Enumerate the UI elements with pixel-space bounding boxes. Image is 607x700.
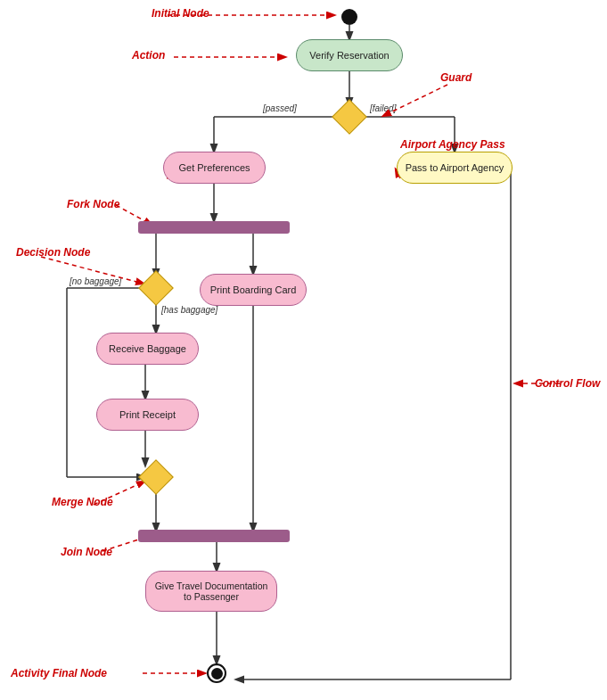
join-bar	[138, 530, 290, 542]
get-preferences-node: Get Preferences	[163, 152, 266, 184]
get-preferences-label: Get Preferences	[178, 162, 250, 173]
fork-node-label: Fork Node	[67, 198, 119, 210]
guard-label: Guard	[440, 71, 472, 84]
pass-airport-label: Pass to Airport Agency	[406, 162, 504, 173]
svg-text:[has baggage]: [has baggage]	[160, 305, 218, 315]
svg-text:[no baggage]: [no baggage]	[69, 276, 122, 286]
merge-node-label: Merge Node	[52, 496, 113, 508]
activity-diagram: [passed] [failed] [no baggage] [has bagg…	[0, 0, 607, 700]
pass-airport-node: Pass to Airport Agency	[397, 152, 513, 184]
svg-text:[failed]: [failed]	[369, 103, 397, 113]
decision-node-label: Decision Node	[16, 246, 90, 259]
join-node-label: Join Node	[61, 546, 112, 558]
give-travel-doc-node: Give Travel Documentation to Passenger	[145, 571, 277, 612]
diagram-svg: [passed] [failed] [no baggage] [has bagg…	[0, 0, 607, 700]
print-receipt-node: Print Receipt	[96, 399, 199, 431]
final-node	[207, 663, 226, 683]
verify-reservation-label: Verify Reservation	[309, 50, 389, 61]
verify-reservation-node: Verify Reservation	[296, 39, 403, 71]
airport-agency-pass-label: Airport Agency Pass	[400, 138, 505, 151]
print-boarding-card-label: Print Boarding Card	[210, 284, 297, 295]
initial-node	[341, 9, 357, 25]
final-node-inner	[211, 668, 223, 679]
activity-final-node-label: Activity Final Node	[11, 667, 107, 679]
receive-baggage-label: Receive Baggage	[109, 343, 186, 354]
action-label: Action	[132, 49, 165, 62]
receive-baggage-node: Receive Baggage	[96, 333, 199, 365]
print-boarding-card-node: Print Boarding Card	[200, 274, 307, 306]
give-travel-doc-label: Give Travel Documentation to Passenger	[150, 581, 273, 602]
initial-node-label: Initial Node	[152, 7, 209, 20]
fork-bar	[138, 221, 290, 234]
print-receipt-label: Print Receipt	[119, 409, 176, 420]
control-flow-label: Control Flow	[535, 377, 600, 390]
svg-text:[passed]: [passed]	[262, 103, 297, 113]
